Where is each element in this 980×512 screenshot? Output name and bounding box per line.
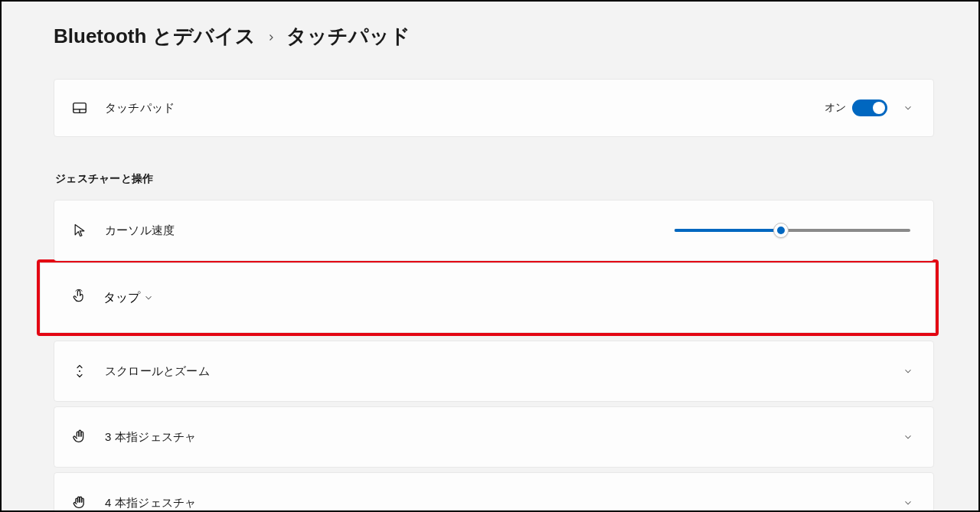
cursor-speed-slider[interactable] (675, 222, 910, 239)
settings-page: Bluetooth とデバイス タッチパッド タッチパッド オン (2, 2, 978, 512)
touchpad-toggle[interactable] (852, 99, 887, 116)
touchpad-master-label: タッチパッド (105, 101, 825, 116)
chevron-down-icon[interactable] (900, 99, 916, 116)
gestures-section-title: ジェスチャーと操作 (55, 172, 934, 186)
chevron-down-icon[interactable] (900, 363, 916, 380)
breadcrumb-current: タッチパッド (286, 23, 410, 50)
chevron-down-icon[interactable] (140, 289, 157, 306)
chevron-down-icon[interactable] (900, 429, 916, 445)
touchpad-icon (71, 99, 88, 116)
breadcrumb: Bluetooth とデバイス タッチパッド (54, 23, 934, 50)
cursor-speed-row: カーソル速度 (54, 200, 934, 261)
hand-three-icon (71, 429, 88, 445)
chevron-down-icon[interactable] (900, 494, 916, 511)
tap-row-highlight: タップ (37, 259, 939, 336)
tap-icon (71, 289, 87, 307)
touchpad-master-row[interactable]: タッチパッド オン (54, 79, 934, 137)
tap-row[interactable]: タップ (40, 263, 936, 333)
cursor-icon (71, 222, 88, 239)
window-frame: Bluetooth とデバイス タッチパッド タッチパッド オン (0, 0, 980, 512)
scroll-zoom-label: スクロールとズーム (105, 364, 900, 379)
four-finger-row[interactable]: 4 本指ジェスチャ (54, 472, 934, 512)
three-finger-row[interactable]: 3 本指ジェスチャ (54, 406, 934, 468)
three-finger-label: 3 本指ジェスチャ (105, 430, 900, 445)
scroll-icon (71, 363, 88, 380)
svg-point-3 (79, 370, 80, 372)
cursor-speed-label: カーソル速度 (105, 223, 675, 238)
hand-four-icon (71, 494, 88, 511)
scroll-zoom-row[interactable]: スクロールとズーム (54, 341, 934, 402)
tap-label: タップ (103, 290, 140, 306)
four-finger-label: 4 本指ジェスチャ (105, 496, 900, 510)
toggle-state-label: オン (825, 101, 846, 115)
breadcrumb-parent[interactable]: Bluetooth とデバイス (54, 23, 256, 50)
chevron-right-icon (266, 30, 276, 46)
gestures-group: カーソル速度 タップ (54, 200, 934, 512)
